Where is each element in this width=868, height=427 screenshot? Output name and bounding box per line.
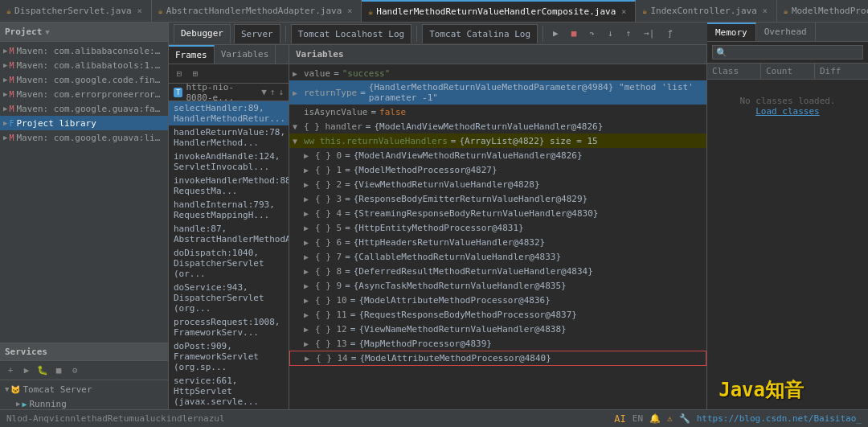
tree-item-maven3[interactable]: ▶ M Maven: com.google.code.findbugs:jsr3… <box>0 72 168 87</box>
debug-step-out-btn[interactable]: ↑ <box>621 25 637 43</box>
debug-step-into-btn[interactable]: ↓ <box>603 25 618 43</box>
tab-abstract[interactable]: ☕ AbstractHandlerMethodAdapter.java × <box>152 0 362 23</box>
frames-filter-btn[interactable]: ⊟ <box>172 67 186 81</box>
project-tree[interactable]: ▶ M Maven: com.alibabaconsole:1.8.0 ▶ M … <box>0 42 168 343</box>
thread-up-btn[interactable]: ↑ <box>270 87 276 97</box>
frame-item-2[interactable]: invokeAndHandle:124, ServletInvocabl... <box>169 150 289 174</box>
maven-icon-1: M <box>9 47 14 55</box>
var-item-14[interactable]: ▶ { } 14 = {ModelAttributeMethodProcesso… <box>289 351 706 366</box>
var-item-7[interactable]: ▶ { } 7 = {CallableMethodReturnValueHand… <box>289 249 706 264</box>
thread-down-btn[interactable]: ↓ <box>278 87 284 97</box>
frame-item-8[interactable]: processRequest:1008, FrameworkServ... <box>169 315 289 339</box>
var-value[interactable]: ▶ value = "success" <box>289 66 706 80</box>
frame-item-1[interactable]: handleReturnValue:78, HandlerMethod... <box>169 125 289 150</box>
var-item-13[interactable]: ▶ { } 13 = {MapMethodProcessor@4839} <box>289 336 706 351</box>
var-item-1[interactable]: ▶ { } 1 = {ModelMethodProcessor@4827} <box>289 162 706 177</box>
tree-item-maven6[interactable]: ▶ M Maven: com.google.guava:listenablefu… <box>0 130 168 145</box>
var-expand-12: ▶ <box>304 325 315 334</box>
close-tab-1[interactable]: × <box>135 6 145 16</box>
tree-item-maven5[interactable]: ▶ M Maven: com.google.guava:failureacces… <box>0 101 168 116</box>
debug-run-cursor-btn[interactable]: →| <box>639 25 659 43</box>
tab-server[interactable]: Server <box>234 24 280 43</box>
var-val-8: {DeferredResultMethodReturnValueHandler@… <box>354 266 593 277</box>
debug-step-over-btn[interactable]: ↷ <box>584 25 600 43</box>
close-tab-4[interactable]: × <box>760 6 770 16</box>
var-handler[interactable]: ▼ { } handler = {ModelAndViewMethodRetur… <box>289 119 706 133</box>
frame-main-0: selectHandler:89, HandlerMethodRetur... <box>174 103 284 124</box>
memory-search-input[interactable] <box>712 45 863 60</box>
services-add-btn[interactable]: + <box>3 363 18 378</box>
project-panel-title: Project <box>5 27 42 37</box>
watermark: Java知音 <box>719 377 804 403</box>
var-item-5[interactable]: ▶ { } 5 = {HttpEntityMethodProcessor@483… <box>289 220 706 235</box>
tree-item-maven1[interactable]: ▶ M Maven: com.alibabaconsole:1.8.0 <box>0 43 168 58</box>
server-item-tomcat[interactable]: ▼ 🐱 Tomcat Server <box>0 382 168 396</box>
tab-catalina-log[interactable]: Tomcat Catalina Log <box>422 24 538 43</box>
frames-expand-btn[interactable]: ⊞ <box>188 67 203 81</box>
frame-item-0[interactable]: selectHandler:89, HandlerMethodRetur... <box>169 101 289 125</box>
tab-handler-composite[interactable]: ☕ HandlerMethodReturnValueHandlerComposi… <box>362 0 636 23</box>
debug-stop-btn[interactable]: ■ <box>567 25 582 43</box>
java-icon-1: ☕ <box>6 6 11 15</box>
var-item-10[interactable]: ▶ { } 10 = {ModelAttributeMethodProcesso… <box>289 293 706 307</box>
frame-item-6[interactable]: doDispatch:1040, DispatcherServlet (or..… <box>169 246 289 281</box>
frame-item-9[interactable]: doPost:909, FrameworkServlet (org.sp... <box>169 339 289 374</box>
var-val-1: {ModelMethodProcessor@4827} <box>354 165 497 175</box>
expand-icon-6: ▶ <box>3 119 7 127</box>
debug-eval-btn[interactable]: ƒ <box>662 25 678 43</box>
close-tab-2[interactable]: × <box>345 6 354 16</box>
services-stop-btn[interactable]: ■ <box>51 363 66 378</box>
var-returntype[interactable]: ▶ returnType = {HandlerMethodReturnValue… <box>289 80 706 105</box>
var-expand-value: ▶ <box>293 69 304 78</box>
tab-debugger[interactable]: Debugger <box>174 24 231 43</box>
tab-memory[interactable]: Memory <box>707 23 756 41</box>
var-expand-1: ▶ <box>304 166 315 174</box>
tab-index[interactable]: ☕ IndexController.java × <box>636 0 776 23</box>
var-item-9[interactable]: ▶ { } 9 = {AsyncTaskMethodReturnValueHan… <box>289 278 706 293</box>
tab-frames[interactable]: Frames <box>169 45 215 64</box>
frame-item-7[interactable]: doService:943, DispatcherServlet (org... <box>169 281 289 315</box>
main-layout: Project ▼ ▶ M Maven: com.alibabaconsole:… <box>0 23 868 427</box>
tab-vars-tab[interactable]: Variables <box>215 45 276 64</box>
var-item-4[interactable]: ▶ { } 4 = {StreamingResponseBodyReturnVa… <box>289 206 706 220</box>
services-gear-btn[interactable]: ⚙ <box>68 363 82 378</box>
vars-list[interactable]: ▶ value = "success" ▶ returnType = {Hand… <box>289 64 706 427</box>
tree-item-maven2[interactable]: ▶ M Maven: com.alibabatools:1.8.0 <box>0 58 168 72</box>
var-returnhandlers[interactable]: ▼ ww this.returnValueHandlers = {ArrayLi… <box>289 133 706 148</box>
tab-dispatcher[interactable]: ☕ DispatcherServlet.java × <box>0 0 152 23</box>
services-run-btn[interactable]: ▶ <box>19 363 34 378</box>
frame-main-7: doService:943, DispatcherServlet (org... <box>174 282 284 314</box>
services-debug-btn[interactable]: 🐛 <box>35 363 50 378</box>
debug-resume-btn[interactable]: ▶ <box>548 25 563 43</box>
tab-tomcat-log[interactable]: Tomcat Localhost Log <box>291 24 411 43</box>
status-bar: Nlod-AnqvicnnlethadRetumualuckindlernazu… <box>0 409 868 427</box>
close-tab-3[interactable]: × <box>619 7 628 17</box>
var-item-11[interactable]: ▶ { } 11 = {RequestResponseBodyMethodPro… <box>289 307 706 322</box>
frame-main-5: handle:87, AbstractHandlerMethodAda... <box>174 224 284 244</box>
tab-model[interactable]: ☕ ModelMethodProcessor.java × <box>777 0 868 23</box>
tree-item-project-lib[interactable]: ▶ F Project library <box>0 116 168 130</box>
var-item-0[interactable]: ▶ { } 0 = {ModelAndViewMethodReturnValue… <box>289 148 706 162</box>
load-classes-link[interactable]: Load classes <box>755 106 819 117</box>
var-item-3[interactable]: ▶ { } 3 = {ResponseBodyEmitterReturnValu… <box>289 191 706 206</box>
thread-name: http-nio-8080-e... <box>186 82 258 103</box>
frame-item-5[interactable]: handle:87, AbstractHandlerMethodAda... <box>169 222 289 246</box>
frames-list[interactable]: selectHandler:89, HandlerMethodRetur... … <box>169 101 289 427</box>
var-item-8[interactable]: ▶ { } 8 = {DeferredResultMethodReturnVal… <box>289 264 706 278</box>
thread-selector: T http-nio-8080-e... ▼ ↑ ↓ <box>169 84 289 101</box>
var-item-12[interactable]: ▶ { } 12 = {ViewNameMethodReturnValueHan… <box>289 322 706 336</box>
var-isasync[interactable]: isAsyncValue = false <box>289 105 706 119</box>
var-item-2[interactable]: ▶ { } 2 = {ViewMethodReturnValueHandler@… <box>289 177 706 191</box>
tomcat-expand: ▼ <box>5 385 9 393</box>
var-expand-2: ▶ <box>304 180 315 189</box>
frame-item-4[interactable]: handleInternal:793, RequestMappingH... <box>169 198 289 222</box>
frame-item-3[interactable]: invokeHandlerMethod:888, RequestMa... <box>169 174 289 198</box>
tab-overhead[interactable]: Overhead <box>756 23 816 41</box>
status-gear: 🔧 <box>679 413 690 424</box>
var-val-6: {HttpHeadersReturnValueHandler@4832} <box>354 237 545 248</box>
var-item-6[interactable]: ▶ { } 6 = {HttpHeadersReturnValueHandler… <box>289 235 706 249</box>
expand-icon-3: ▶ <box>3 76 7 84</box>
tree-item-maven4[interactable]: ▶ M Maven: com.errorproneerror_prone_ann… <box>0 87 168 101</box>
toolbar-sep-3 <box>542 26 543 42</box>
frame-item-10[interactable]: service:661, HttpServlet (javax.servle..… <box>169 374 289 409</box>
